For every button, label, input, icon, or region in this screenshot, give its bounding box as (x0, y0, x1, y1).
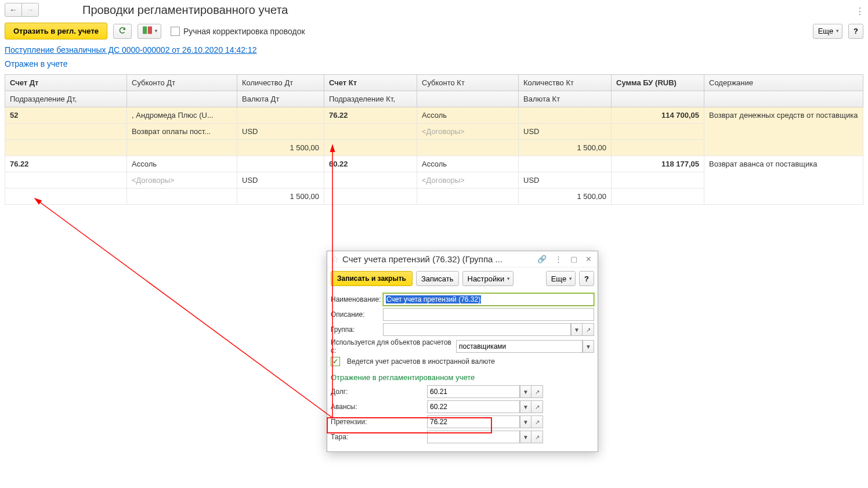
desc-label: Описание: (331, 310, 379, 319)
cell-cur-kt[interactable]: USD (519, 124, 612, 140)
refresh-button[interactable] (113, 24, 132, 39)
open-icon[interactable]: ↗ (531, 400, 543, 413)
th-sub-kt[interactable]: Субконто Кт (417, 75, 519, 91)
manual-correction-label: Ручная корректировка проводок (183, 27, 305, 36)
settings-button[interactable]: Настройки ▼ (462, 271, 514, 286)
maximize-icon[interactable]: ▢ (568, 255, 580, 263)
group-input[interactable] (383, 323, 571, 336)
claims-label: Претензии: (331, 418, 424, 426)
chevron-down-icon: ▼ (154, 28, 158, 34)
popup-more-button[interactable]: Еще ▼ (546, 271, 576, 286)
th-desc[interactable]: Содержание (704, 75, 863, 91)
more-label: Еще (551, 274, 566, 283)
dropdown-icon[interactable]: ▼ (571, 323, 583, 336)
debt-input[interactable] (427, 385, 520, 398)
th-div-kt[interactable]: Подразделение Кт, (324, 91, 417, 107)
dtkt-icon (143, 26, 152, 36)
foreign-currency-checkbox[interactable]: ✓ (331, 357, 340, 366)
dropdown-icon[interactable]: ▼ (520, 431, 531, 443)
cell-qty-dt[interactable]: 1 500,00 (237, 140, 324, 156)
save-close-button[interactable]: Записать и закрыть (331, 271, 413, 286)
usedfor-input[interactable] (456, 340, 583, 353)
cell-sub-kt[interactable]: Ассоль (417, 107, 519, 124)
cell-cur-dt[interactable]: USD (237, 172, 324, 189)
more-button[interactable]: Еще ▼ (813, 24, 842, 39)
nav-back-button[interactable]: ← (5, 3, 22, 17)
th-qty-dt[interactable]: Количество Дт (237, 75, 324, 91)
cell-cur-dt[interactable]: USD (237, 124, 324, 140)
open-icon[interactable]: ↗ (531, 385, 543, 398)
dropdown-icon[interactable]: ▼ (520, 415, 531, 428)
svg-rect-1 (148, 27, 152, 34)
popup-help-button[interactable]: ? (579, 271, 594, 286)
cell-sub-kt[interactable]: Ассоль (417, 156, 519, 172)
open-icon[interactable]: ↗ (583, 323, 594, 336)
kebab-menu-icon[interactable]: ⋮ (855, 6, 865, 17)
th-sub-dt[interactable]: Субконто Дт (127, 75, 237, 91)
cell-desc[interactable]: Возврат аванса от поставщика (704, 156, 863, 205)
cell-sum[interactable]: 118 177,05 (612, 156, 704, 172)
cell-sub-dt[interactable]: Ассоль (127, 156, 237, 172)
usedfor-label: Используется для объектов расчетов с: (331, 338, 453, 355)
th-cur-kt[interactable]: Валюта Кт (519, 91, 612, 107)
debt-label: Долг: (331, 388, 424, 396)
tara-label: Тара: (331, 433, 424, 441)
cell-acc-dt[interactable]: 52 (5, 107, 127, 124)
tara-input[interactable] (427, 431, 520, 443)
document-link[interactable]: Поступление безналичных ДС 0000-000002 о… (5, 45, 257, 55)
close-icon[interactable]: ✕ (583, 255, 594, 263)
cell-sub-dt[interactable]: , Андромеда Плюс (U... (127, 107, 237, 124)
group-label: Группа: (331, 326, 379, 334)
cell-qty-dt[interactable]: 1 500,00 (237, 189, 324, 205)
entries-table: Счет Дт Субконто Дт Количество Дт Счет К… (5, 74, 863, 205)
link-icon[interactable]: 🔗 (535, 255, 549, 263)
cell-sub-dt2[interactable]: <Договоры> (127, 172, 237, 189)
th-div-dt[interactable]: Подразделение Дт, (5, 91, 127, 107)
cell-sub-kt2[interactable]: <Договоры> (417, 172, 519, 189)
desc-input[interactable] (383, 308, 594, 321)
th-acc-kt[interactable]: Счет Кт (324, 75, 417, 91)
settings-label: Настройки (468, 274, 505, 283)
cell-qty-kt[interactable]: 1 500,00 (519, 189, 612, 205)
cell-desc[interactable]: Возврат денежных средств от поставщика (704, 107, 863, 156)
account-popup: ☆ Счет учета претензий (76.32) (Группа .… (327, 251, 598, 452)
refresh-icon (118, 26, 126, 36)
open-icon[interactable]: ↗ (531, 415, 543, 428)
more-label: Еще (818, 27, 833, 35)
cell-acc-kt[interactable]: 76.22 (324, 107, 417, 124)
reflect-button[interactable]: Отразить в регл. учете (5, 23, 107, 39)
advance-input[interactable] (427, 400, 520, 413)
cell-cur-kt[interactable]: USD (519, 172, 612, 189)
section-header: Отражение в регламентированном учете (331, 368, 594, 383)
th-qty-kt[interactable]: Количество Кт (519, 75, 612, 91)
svg-rect-0 (143, 27, 147, 34)
page-title: Проводки регламентированного учета (82, 3, 288, 17)
cell-qty-kt[interactable]: 1 500,00 (519, 140, 612, 156)
chevron-down-icon: ▼ (568, 276, 573, 281)
dtkt-button[interactable]: ▼ (138, 24, 161, 39)
cell-acc-dt[interactable]: 76.22 (5, 156, 127, 172)
chevron-down-icon: ▼ (835, 28, 840, 34)
popup-title: Счет учета претензий (76.32) (Группа ... (342, 254, 531, 264)
th-acc-dt[interactable]: Счет Дт (5, 75, 127, 91)
cell-sub-dt2[interactable]: Возврат оплаты пост... (127, 124, 237, 140)
nav-forward-button[interactable]: → (21, 3, 39, 17)
th-cur-dt[interactable]: Валюта Дт (237, 91, 324, 107)
th-sum[interactable]: Сумма БУ (RUB) (612, 75, 704, 91)
open-icon[interactable]: ↗ (531, 431, 543, 443)
kebab-icon[interactable]: ⋮ (552, 255, 565, 263)
name-input[interactable]: Счет учета претензий (76.32) (386, 295, 481, 303)
help-button[interactable]: ? (848, 24, 863, 39)
cell-acc-kt[interactable]: 60.22 (324, 156, 417, 172)
dropdown-icon[interactable]: ▼ (520, 400, 531, 413)
foreign-currency-label: Ведется учет расчетов в иностранной валю… (347, 357, 495, 366)
status-text: Отражен в учете (0, 56, 868, 74)
cell-sub-kt2[interactable]: <Договоры> (417, 124, 519, 140)
dropdown-icon[interactable]: ▼ (583, 340, 594, 353)
cell-sum[interactable]: 114 700,05 (612, 107, 704, 124)
star-icon[interactable]: ☆ (331, 254, 339, 265)
save-button[interactable]: Записать (416, 271, 459, 286)
claims-input[interactable] (427, 415, 520, 428)
dropdown-icon[interactable]: ▼ (520, 385, 531, 398)
manual-correction-checkbox[interactable]: Ручная корректировка проводок (171, 27, 305, 36)
